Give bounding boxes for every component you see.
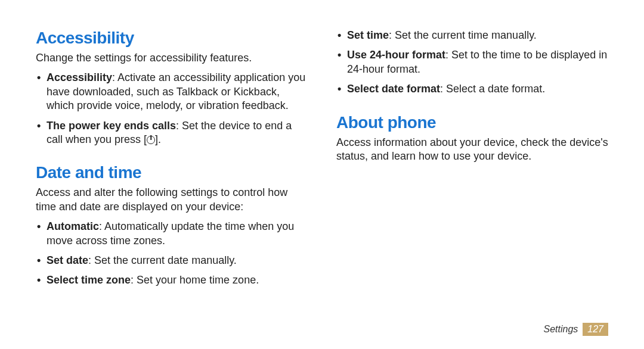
item-bold: Select date format (347, 83, 440, 95)
item-bold: Select time zone (47, 274, 131, 286)
intro-about-phone: Access information about your device, ch… (336, 136, 608, 164)
heading-about-phone: About phone (336, 113, 608, 132)
item-text: : Set the current date manually. (88, 254, 237, 266)
item-bold: Automatic (47, 220, 99, 232)
page-footer: Settings 127 (543, 323, 608, 336)
list-item: Set time: Set the current time manually. (347, 29, 608, 42)
item-bold: Accessibility (47, 71, 112, 83)
item-text: : Set the current time manually. (389, 29, 537, 41)
list-item: Select date format: Select a date format… (347, 82, 608, 96)
list-item: Select time zone: Set your home time zon… (47, 273, 308, 287)
list-accessibility: Accessibility: Activate an accessibility… (36, 71, 308, 147)
page-content: Accessibility Change the settings for ac… (36, 29, 608, 331)
list-item: Automatic: Automatically update the time… (47, 220, 308, 248)
intro-accessibility: Change the settings for accessibility fe… (36, 51, 308, 65)
item-bold: The power key ends calls (47, 120, 176, 132)
list-item: Accessibility: Activate an accessibility… (47, 71, 308, 113)
footer-section-label: Settings (543, 324, 578, 335)
item-text-after: ]. (155, 133, 161, 145)
power-icon (147, 136, 155, 144)
item-text: : Set your home time zone. (131, 274, 259, 286)
item-text: : Select a date format. (440, 83, 545, 95)
page-number: 127 (583, 323, 608, 336)
intro-date-time: Access and alter the following settings … (36, 186, 308, 214)
left-column: Accessibility Change the settings for ac… (36, 29, 308, 331)
item-bold: Use 24-hour format (347, 49, 445, 61)
right-column: Set time: Set the current time manually.… (336, 29, 608, 331)
heading-date-time: Date and time (36, 163, 308, 182)
list-item: The power key ends calls: Set the device… (47, 119, 308, 147)
list-date-time: Automatic: Automatically update the time… (36, 220, 308, 288)
list-date-time-cont: Set time: Set the current time manually.… (336, 29, 608, 96)
list-item: Use 24-hour format: Set to the time to b… (347, 48, 608, 76)
item-bold: Set date (47, 254, 88, 266)
heading-accessibility: Accessibility (36, 29, 308, 48)
item-bold: Set time (347, 29, 389, 41)
list-item: Set date: Set the current date manually. (47, 254, 308, 267)
